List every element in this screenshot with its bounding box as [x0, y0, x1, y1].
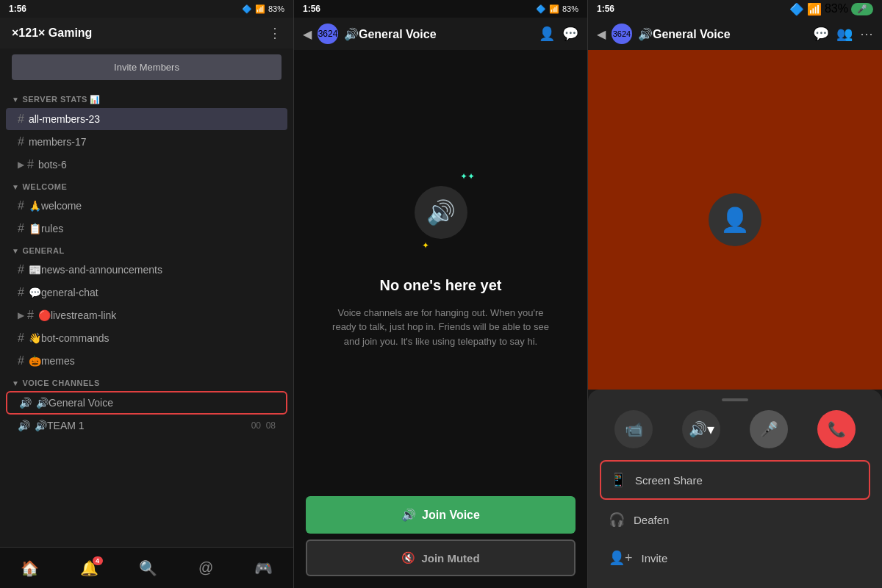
members-icon-3[interactable]: 👥	[836, 26, 853, 42]
section-voice: ▼ VOICE CHANNELS	[0, 373, 293, 390]
channel-list: ▼ SERVER STATS 📊 # all-members-23 # memb…	[0, 86, 293, 547]
voice-panel-title: 🔊General Voice	[344, 27, 533, 41]
channel-name-4: 🙏welcome	[29, 200, 276, 212]
status-time-2: 1:56	[303, 4, 320, 14]
profile-icon: 🎮	[254, 560, 273, 576]
video-icon: 📹	[625, 420, 643, 438]
nav-search[interactable]: 🔍	[139, 559, 157, 577]
channel-bots[interactable]: ▶ # bots-6	[6, 154, 287, 176]
channel-name-6: 📰news-and-announcements	[29, 264, 276, 276]
more-icon-3[interactable]: ⋯	[860, 26, 873, 42]
mute-btn-icon: 🔇	[401, 551, 415, 564]
hash-icon-4: #	[18, 199, 24, 212]
mic-icon: 🎤	[760, 420, 778, 438]
section-chevron-stats: ▼	[12, 96, 19, 104]
channel-rules[interactable]: # 📋rules	[6, 218, 287, 240]
channel-name-9: 👋bot-commands	[29, 332, 276, 344]
screen-share-label: Screen Share	[635, 474, 703, 487]
volume-icon: 🔊▾	[689, 420, 714, 438]
invite-item[interactable]: 👤+ Invite	[600, 539, 870, 576]
collapse-icon-bots: ▶	[18, 159, 24, 170]
status-time: 1:56	[9, 4, 26, 14]
sparkle-teal-icon: ✦✦	[460, 171, 475, 182]
wifi-icon-2: 📶	[549, 4, 559, 14]
voice-menu-list: 📱 Screen Share 🎧 Deafen 👤+ Invite	[600, 460, 870, 576]
status-bar: 1:56 🔷 📶 83%	[0, 0, 293, 18]
chat-icon-3[interactable]: 💬	[813, 26, 829, 42]
join-muted-label: Join Muted	[421, 552, 479, 564]
participant-avatar-img: 👤	[720, 206, 750, 234]
voice-active-actions: 💬 👥 ⋯	[813, 26, 873, 42]
section-voice-label: VOICE CHANNELS	[22, 379, 99, 387]
voice-join-buttons: 🔊 Join Voice 🔇 Join Muted	[294, 484, 587, 588]
channel-name-3: bots-6	[38, 159, 276, 171]
voice-channel-general[interactable]: 🔊 🔊General Voice	[6, 391, 287, 415]
channel-news[interactable]: # 📰news-and-announcements	[6, 259, 287, 281]
channel-name-2: members-17	[29, 136, 276, 148]
back-icon[interactable]: ◀	[303, 27, 312, 41]
mic-button[interactable]: 🎤	[750, 410, 788, 448]
bottom-nav: 🏠 🔔 4 🔍 @ 🎮	[0, 547, 293, 588]
bluetooth-icon: 🔷	[242, 4, 252, 14]
hangup-icon: 📞	[828, 420, 846, 438]
voice-channel-team1[interactable]: 🔊 🔊TEAM 1 00 08	[6, 415, 287, 436]
join-voice-button[interactable]: 🔊 Join Voice	[306, 496, 576, 534]
screen-share-item[interactable]: 📱 Screen Share	[600, 460, 870, 500]
status-time-3: 1:56	[597, 4, 614, 14]
nav-mentions[interactable]: @	[198, 559, 213, 576]
nav-home[interactable]: 🏠	[21, 559, 39, 577]
deafen-item[interactable]: 🎧 Deafen	[600, 501, 870, 538]
voice-icon-wrapper: ✦✦ 🔊 ✦	[415, 186, 467, 239]
voice-background: 👤	[588, 50, 882, 390]
channel-all-members[interactable]: # all-members-23	[6, 108, 287, 130]
channel-general-chat[interactable]: # 💬general-chat	[6, 282, 287, 304]
section-chevron-welcome: ▼	[12, 183, 19, 191]
voice-channel-general-name: 🔊General Voice	[36, 397, 113, 409]
section-chevron-voice: ▼	[12, 379, 19, 387]
invite-label: Invite	[642, 552, 668, 564]
channel-members[interactable]: # members-17	[6, 131, 287, 153]
bottom-sheet: 📹 🔊▾ 🎤 📞 📱 Screen Share 🎧 Deafen	[588, 390, 882, 588]
deafen-label: Deafen	[634, 514, 669, 526]
hash-icon-1: #	[18, 112, 24, 126]
voice-empty-state: ✦✦ 🔊 ✦ No one's here yet Voice channels …	[294, 50, 587, 484]
voice-channel-team1-name: 🔊TEAM 1	[35, 420, 85, 431]
hash-icon-8: #	[27, 309, 34, 322]
wifi-icon: 📶	[255, 4, 265, 14]
channel-welcome[interactable]: # 🙏welcome	[6, 195, 287, 217]
notification-badge: 4	[93, 556, 103, 565]
chat-icon[interactable]: 💬	[562, 26, 578, 42]
section-general: ▼ GENERAL	[0, 240, 293, 258]
channel-name-8: 🔴livestream-link	[38, 309, 276, 321]
participant-avatar: 👤	[709, 193, 761, 246]
sheet-handle	[722, 398, 748, 401]
channel-name-7: 💬general-chat	[29, 287, 276, 298]
channel-livestream[interactable]: ▶ # 🔴livestream-link	[6, 304, 287, 326]
invite-members-button[interactable]: Invite Members	[12, 54, 282, 80]
server-more-icon[interactable]: ⋮	[268, 25, 282, 41]
add-member-icon[interactable]: 👤	[539, 26, 555, 42]
speaker-emoji: 🔊	[426, 198, 456, 226]
channel-bot-commands[interactable]: # 👋bot-commands	[6, 327, 287, 349]
server-title: ×121× Gaming	[12, 26, 92, 40]
nav-notifications[interactable]: 🔔 4	[80, 559, 98, 577]
hangup-button[interactable]: 📞	[817, 410, 856, 448]
hash-icon-2: #	[18, 135, 24, 148]
volume-button[interactable]: 🔊▾	[682, 410, 720, 448]
channel-memes[interactable]: # 🎃memes	[6, 350, 287, 372]
video-button[interactable]: 📹	[614, 410, 653, 448]
back-icon-3[interactable]: ◀	[597, 27, 606, 41]
call-controls: 📹 🔊▾ 🎤 📞	[600, 410, 870, 448]
battery-icon-3: 83%	[825, 2, 848, 15]
speaker-btn-icon: 🔊	[401, 508, 416, 522]
hash-icon-6: #	[18, 263, 24, 276]
nav-profile[interactable]: 🎮	[254, 559, 273, 577]
live-indicator: 🎤	[851, 3, 873, 15]
screen-share-icon: 📱	[610, 472, 626, 488]
status-icons-2: 🔷 📶 83%	[536, 4, 578, 14]
voice-active-header: ◀ 3624 🔊General Voice 💬 👥 ⋯	[588, 18, 882, 50]
server-header: ×121× Gaming ⋮	[0, 18, 293, 49]
speaker-icon-team1: 🔊	[18, 420, 30, 431]
join-muted-button[interactable]: 🔇 Join Muted	[306, 539, 576, 576]
channel-name-10: 🎃memes	[29, 355, 276, 367]
